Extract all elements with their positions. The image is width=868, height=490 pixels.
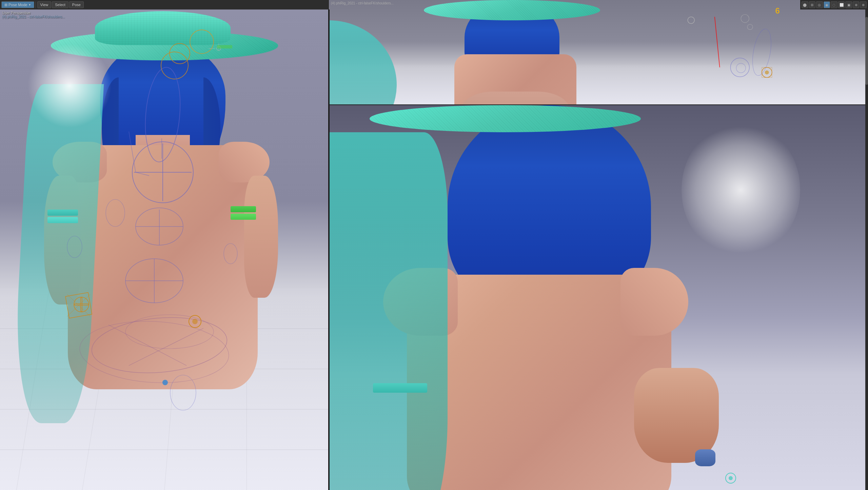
render-mode-icon-2[interactable]: ◌	[831, 1, 837, 8]
render-mode-icon-3[interactable]: ⬜	[838, 1, 845, 8]
viewport-extra-2[interactable]: ⊗	[860, 1, 867, 8]
tr-viewport-title: (4) phiRig_2021 - ctrl-falseFK/shoulders…	[331, 1, 394, 5]
pose-mode-label: Pose Mode	[8, 3, 27, 7]
view-label: View	[40, 3, 48, 7]
pose-label: Pose	[72, 3, 81, 7]
render-mode-icon-4[interactable]: ▣	[845, 1, 852, 8]
viewport-gizmo-icon[interactable]: ◎	[816, 1, 823, 8]
select-label: Select	[55, 3, 65, 7]
svg-point-49	[747, 24, 753, 30]
tr-rig-svg: 6	[329, 0, 868, 104]
svg-point-47	[688, 17, 694, 24]
pose-menu-button[interactable]: Pose	[69, 1, 84, 8]
pose-mode-icon: ⊞	[4, 3, 7, 7]
pose-mode-chevron: ▼	[28, 3, 31, 6]
svg-point-51	[736, 63, 746, 73]
pose-mode-button[interactable]: ⊞ Pose Mode ▼	[1, 1, 34, 8]
main-3d-viewport[interactable]: User Perspective (4) phiRig_2021 - ctrl-…	[0, 9, 329, 490]
scrollbar-thumb[interactable]	[865, 17, 868, 85]
svg-line-46	[715, 17, 720, 67]
viewport-rig-label: (4) phiRig_2021 - ctrl-falseFK/shoulders…	[2, 15, 65, 19]
armband-left-2	[47, 217, 78, 223]
sep-1	[36, 1, 36, 8]
svg-point-53	[765, 71, 769, 75]
svg-point-58	[729, 476, 733, 480]
br-rig-svg	[329, 105, 868, 490]
svg-point-48	[741, 15, 749, 23]
armband-right-2	[231, 214, 256, 220]
main-toolbar: ⊞ Pose Mode ▼ View Select Pose	[0, 0, 329, 9]
viewport-info-text: User Perspective (4) phiRig_2021 - ctrl-…	[2, 11, 65, 19]
viewport-controls-toolbar: ⬤ ⊞ ◎ ◉ ◌ ⬜ ▣ ⊕ ⊗	[800, 0, 868, 9]
character-arm-right	[244, 176, 278, 298]
armband-left-1	[47, 210, 78, 216]
render-mode-icon-1[interactable]: ◉	[824, 1, 830, 8]
scrollbar[interactable]	[865, 0, 868, 490]
svg-text:6: 6	[775, 6, 780, 15]
viewport-overlay-icon[interactable]: ⊞	[809, 1, 816, 8]
viewport-perspective-label: User Perspective	[2, 11, 65, 15]
right-panel: 6 (4) phiRig_2021 - ctrl-falseFK/shoulde…	[329, 0, 868, 490]
viewport-bottom-right[interactable]	[329, 105, 868, 490]
viewport-shading-icon[interactable]: ⬤	[802, 1, 808, 8]
select-menu-button[interactable]: Select	[52, 1, 68, 8]
viewport-top-right[interactable]: 6 (4) phiRig_2021 - ctrl-falseFK/shoulde…	[329, 0, 868, 105]
armband-right-1	[231, 206, 256, 212]
hat-top	[95, 11, 231, 45]
light-glow	[27, 43, 112, 128]
viewport-extra-1[interactable]: ⊕	[853, 1, 860, 8]
viewport-divider	[328, 9, 330, 490]
svg-point-50	[730, 58, 749, 77]
view-menu-button[interactable]: View	[37, 1, 52, 8]
